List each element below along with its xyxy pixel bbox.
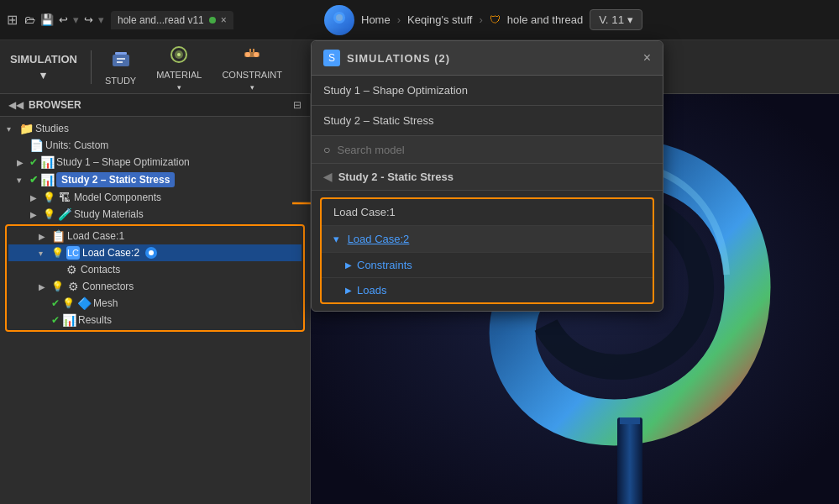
study-label: STUDY xyxy=(105,76,136,86)
collapse-icon[interactable]: ◀◀ xyxy=(8,99,24,111)
modal-constraints[interactable]: ▶ Constraints xyxy=(322,253,653,278)
material-button[interactable]: MATERIAL ▾ xyxy=(146,38,212,97)
simulation-label: SIMULATION xyxy=(10,53,77,66)
load-case1-label: Load Case:1 xyxy=(67,230,124,242)
modal-loads-arrow: ▶ xyxy=(345,286,352,295)
expand-connectors-arrow: ▶ xyxy=(39,282,49,291)
units-label: Units: Custom xyxy=(45,139,108,151)
tree-mesh[interactable]: ✔ 💡 🔷 Mesh xyxy=(8,295,302,312)
contacts-label: Contacts xyxy=(81,264,120,276)
svg-rect-18 xyxy=(620,417,640,424)
modal-load-case2-arrow[interactable]: ▾ xyxy=(333,233,339,245)
breadcrumb-item-icon: 🛡 xyxy=(490,13,501,26)
expand-lc2-arrow: ▾ xyxy=(39,249,49,258)
top-bar: ⊞ 🗁 💾 ↩ ▾ ↪ ▾ hole and...read v11 × Home… xyxy=(0,0,839,40)
results-status-icon: ✔ xyxy=(51,314,60,326)
model-components-bulb-icon: 💡 xyxy=(43,192,55,203)
breadcrumb-home[interactable]: Home xyxy=(361,13,391,26)
redo-icon[interactable]: ↪ xyxy=(84,13,93,26)
folder-icon[interactable]: 🗁 xyxy=(24,13,35,26)
toolbar-divider-1 xyxy=(91,50,92,84)
study-icon xyxy=(109,49,133,72)
mesh-label: Mesh xyxy=(93,297,118,309)
mesh-status-icon: ✔ xyxy=(51,297,60,309)
svg-point-8 xyxy=(177,53,181,56)
tree-study-materials[interactable]: ▶ 💡 🧪 Study Materials xyxy=(0,206,310,223)
units-icon: 📄 xyxy=(29,139,43,152)
modal-load-case2-label[interactable]: Load Case:2 xyxy=(348,233,410,245)
tab-bar: hole and...read v11 × xyxy=(111,11,233,29)
lc1-icon: 📋 xyxy=(51,229,65,243)
study2-icon: 📊 xyxy=(40,173,54,186)
version-arrow: ▾ xyxy=(627,13,633,26)
tree-results[interactable]: ✔ 📊 Results xyxy=(8,312,302,328)
tree-units[interactable]: 📄 Units: Custom xyxy=(0,137,310,154)
model-components-icon: 🏗 xyxy=(58,191,71,204)
tree-model-components[interactable]: ▶ 💡 🏗 Model Components xyxy=(0,189,310,206)
breadcrumb-area: Home › Keqing's stuff › 🛡 hole and threa… xyxy=(311,5,839,35)
modal-collapse-arrow[interactable]: ◀ xyxy=(323,171,332,183)
app-grid-icon[interactable]: ⊞ xyxy=(7,12,18,28)
study-materials-bulb-icon: 💡 xyxy=(43,208,55,220)
connectors-label: Connectors xyxy=(82,281,134,292)
modal-load-case2-container: ▾ Load Case:2 xyxy=(322,226,653,253)
tree-study1[interactable]: ▶ ✔ 📊 Study 1 – Shape Optimization xyxy=(0,154,310,171)
tree-area: ▾ 📁 Studies 📄 Units: Custom ▶ ✔ 📊 Study … xyxy=(0,117,310,504)
lc2-icon: LC xyxy=(66,246,80,260)
brand-logo xyxy=(324,5,354,35)
modal-study1-item[interactable]: Study 1 – Shape Optimization xyxy=(312,76,663,106)
mesh-icon: 🔷 xyxy=(77,297,91,310)
results-label: Results xyxy=(78,314,112,326)
expand-study1-arrow: ▶ xyxy=(17,158,27,167)
simulation-button[interactable]: SIMULATION ▾ xyxy=(0,48,87,87)
tree-connectors[interactable]: ▶ 💡 ⚙ Connectors xyxy=(8,278,302,295)
study-button[interactable]: STUDY xyxy=(95,44,146,91)
modal-active-study-label: Study 2 - Static Stress xyxy=(338,171,454,183)
modal-close-button[interactable]: × xyxy=(643,50,651,66)
tree-load-case1[interactable]: ▶ 📋 Load Case:1 xyxy=(8,228,302,244)
save-icon[interactable]: 💾 xyxy=(40,13,54,26)
modal-loads[interactable]: ▶ Loads xyxy=(322,278,653,302)
modal-study2-item[interactable]: Study 2 – Static Stress xyxy=(312,106,663,136)
redo-dropdown-icon[interactable]: ▾ xyxy=(98,13,104,26)
constraint-icon xyxy=(240,43,264,66)
tab-close-button[interactable]: × xyxy=(221,14,227,26)
study2-label: Study 2 – Static Stress xyxy=(56,172,175,187)
svg-rect-17 xyxy=(617,417,642,504)
expand-study-materials-arrow: ▶ xyxy=(30,210,40,219)
contacts-icon: ⚙ xyxy=(65,263,78,276)
study-materials-label: Study Materials xyxy=(74,208,144,220)
tree-study2[interactable]: ▾ ✔ 📊 Study 2 – Static Stress xyxy=(0,171,310,189)
constraint-label: CONSTRAINT xyxy=(222,70,282,80)
modal-header: S SIMULATIONS (2) × xyxy=(312,41,663,76)
tree-contacts[interactable]: ⚙ Contacts xyxy=(8,261,302,278)
study1-icon: 📊 xyxy=(40,155,54,169)
breadcrumb-item[interactable]: hole and thread xyxy=(507,13,583,26)
studies-folder-icon: 📁 xyxy=(19,122,33,135)
modal-load-case1[interactable]: Load Case:1 xyxy=(322,199,653,226)
search-icon: ○ xyxy=(323,143,330,156)
expand-lc1-arrow: ▶ xyxy=(39,232,49,241)
app-icon-area: ⊞ 🗁 💾 ↩ ▾ ↪ ▾ hole and...read v11 × xyxy=(0,11,311,29)
expand-model-components-arrow: ▶ xyxy=(30,193,40,202)
modal-constraints-arrow: ▶ xyxy=(345,260,352,270)
svg-point-1 xyxy=(336,14,343,21)
svg-rect-2 xyxy=(113,55,129,66)
search-input[interactable] xyxy=(337,144,651,156)
simulation-arrow: ▾ xyxy=(40,69,46,81)
tree-studies-root[interactable]: ▾ 📁 Studies xyxy=(0,120,310,137)
undo-dropdown-icon[interactable]: ▾ xyxy=(73,13,79,26)
tree-load-case2[interactable]: ▾ 💡 LC Load Case:2 xyxy=(8,244,302,261)
modal-sim-icon: S xyxy=(323,50,340,66)
model-components-label: Model Components xyxy=(74,192,161,203)
breadcrumb-folder[interactable]: Keqing's stuff xyxy=(407,13,472,26)
breadcrumb-sep1: › xyxy=(397,13,401,26)
svg-rect-3 xyxy=(115,52,127,55)
pin-icon[interactable]: ⊟ xyxy=(293,99,302,111)
material-label: MATERIAL xyxy=(156,70,202,80)
undo-icon[interactable]: ↩ xyxy=(59,13,68,26)
constraint-button[interactable]: CONSTRAINT ▾ xyxy=(212,38,292,97)
connectors-bulb-icon: 💡 xyxy=(51,281,64,292)
expand-study2-arrow: ▾ xyxy=(17,176,27,185)
version-button[interactable]: V. 11 ▾ xyxy=(590,9,642,30)
